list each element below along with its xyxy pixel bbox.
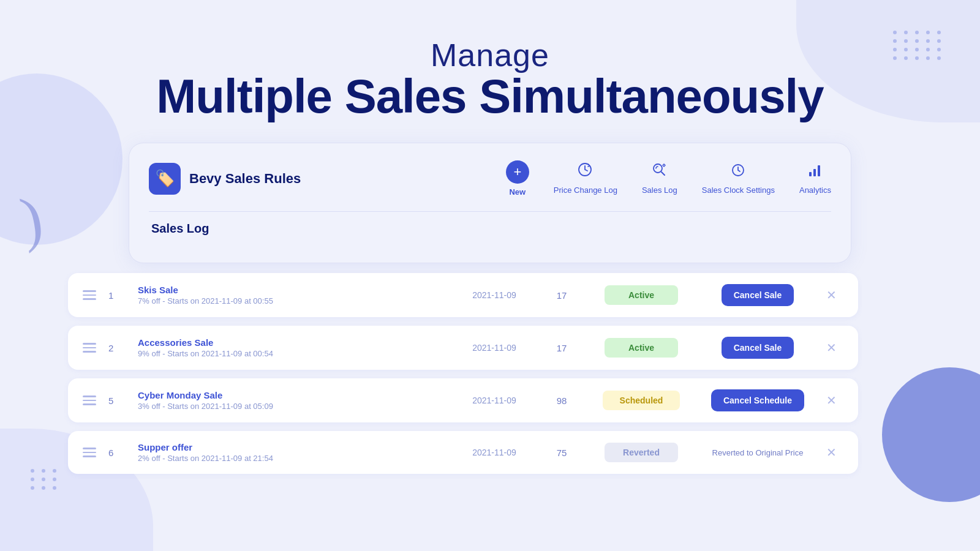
sale-desc: 2% off - Starts on 2021-11-09 at 21:54: [138, 454, 451, 463]
sales-log-icon: [652, 162, 668, 182]
cancel-sale-button[interactable]: Cancel Sale: [722, 337, 794, 359]
main-card: 🏷️ Bevy Sales Rules + New: [129, 143, 851, 263]
drag-handle[interactable]: [83, 343, 96, 353]
nav-item-sales-clock-settings[interactable]: Sales Clock Settings: [702, 162, 775, 195]
sale-count: 17: [537, 343, 586, 353]
sale-count: 75: [537, 448, 586, 458]
brand-name: Bevy Sales Rules: [189, 171, 301, 187]
close-button[interactable]: ✕: [819, 445, 843, 460]
nav-label-sales-log: Sales Log: [642, 186, 677, 195]
nav-item-price-change-log[interactable]: Price Change Log: [554, 162, 617, 195]
toolbar: 🏷️ Bevy Sales Rules + New: [149, 160, 831, 197]
sale-name: Supper offer: [138, 442, 451, 452]
nav-label-analytics: Analytics: [799, 186, 831, 195]
nav-label-price-change-log: Price Change Log: [554, 186, 617, 195]
analytics-icon: [807, 162, 823, 182]
row-number: 5: [108, 395, 126, 406]
svg-rect-4: [818, 165, 820, 176]
sale-date: 2021-11-09: [451, 343, 537, 353]
sale-desc: 9% off - Starts on 2021-11-09 at 00:54: [138, 349, 451, 358]
sale-status: Active: [586, 285, 696, 305]
sales-clock-settings-icon: [730, 162, 746, 182]
status-badge: Scheduled: [603, 391, 680, 410]
nav-label-new: New: [509, 187, 526, 197]
sale-status: Scheduled: [586, 391, 696, 410]
nav-item-new[interactable]: + New: [506, 160, 529, 197]
drag-handle[interactable]: [83, 290, 96, 300]
close-button[interactable]: ✕: [819, 393, 843, 408]
nav-item-sales-log[interactable]: Sales Log: [642, 162, 677, 195]
svg-rect-3: [813, 169, 816, 176]
header-manage: Manage: [431, 37, 549, 73]
cancel-schedule-button[interactable]: Cancel Schedule: [711, 389, 804, 411]
sales-rows: 1 Skis Sale 7% off - Starts on 2021-11-0…: [122, 273, 858, 474]
row-info: Accessories Sale 9% off - Starts on 2021…: [138, 337, 451, 358]
row-number: 1: [108, 290, 126, 301]
table-row: 5 Cyber Monday Sale 3% off - Starts on 2…: [68, 378, 858, 422]
row-action: Cancel Sale: [696, 337, 819, 359]
plus-icon: +: [506, 160, 529, 184]
section-title: Sales Log: [149, 212, 831, 246]
close-button[interactable]: ✕: [819, 288, 843, 302]
close-button[interactable]: ✕: [819, 340, 843, 355]
brand-icon: 🏷️: [149, 163, 181, 195]
reverted-text: Reverted to Original Price: [712, 448, 804, 457]
sale-name: Accessories Sale: [138, 337, 451, 348]
brand-icon-glyph: 🏷️: [155, 169, 175, 188]
row-action: Reverted to Original Price: [696, 448, 819, 457]
nav-actions: + New Price Change Log: [506, 160, 831, 197]
drag-handle[interactable]: [83, 395, 96, 405]
row-number: 6: [108, 448, 126, 458]
row-info: Cyber Monday Sale 3% off - Starts on 202…: [138, 390, 451, 411]
status-badge: Active: [605, 338, 678, 358]
sale-date: 2021-11-09: [451, 290, 537, 300]
row-info: Supper offer 2% off - Starts on 2021-11-…: [138, 442, 451, 463]
row-action: Cancel Sale: [696, 284, 819, 306]
sale-name: Skis Sale: [138, 285, 451, 295]
sale-date: 2021-11-09: [451, 395, 537, 405]
sale-date: 2021-11-09: [451, 448, 537, 457]
sale-name: Cyber Monday Sale: [138, 390, 451, 400]
sale-status: Reverted: [586, 443, 696, 462]
svg-rect-2: [809, 172, 812, 176]
table-row: 6 Supper offer 2% off - Starts on 2021-1…: [68, 431, 858, 474]
status-badge: Active: [605, 285, 678, 305]
header-title: Multiple Sales Simultaneously: [156, 69, 823, 124]
status-badge: Reverted: [605, 443, 678, 462]
row-info: Skis Sale 7% off - Starts on 2021-11-09 …: [138, 285, 451, 305]
row-action: Cancel Schedule: [696, 389, 819, 411]
brand: 🏷️ Bevy Sales Rules: [149, 163, 301, 195]
row-number: 2: [108, 343, 126, 353]
nav-label-sales-clock-settings: Sales Clock Settings: [702, 186, 775, 195]
table-row: 1 Skis Sale 7% off - Starts on 2021-11-0…: [68, 273, 858, 317]
cancel-sale-button[interactable]: Cancel Sale: [722, 284, 794, 306]
page-content: Manage Multiple Sales Simultaneously 🏷️ …: [0, 0, 980, 474]
price-change-log-icon: [578, 162, 594, 182]
sale-count: 17: [537, 290, 586, 301]
nav-item-analytics[interactable]: Analytics: [799, 162, 831, 195]
sale-desc: 3% off - Starts on 2021-11-09 at 05:09: [138, 402, 451, 411]
table-row: 2 Accessories Sale 9% off - Starts on 20…: [68, 326, 858, 370]
svg-point-0: [654, 164, 662, 173]
sale-desc: 7% off - Starts on 2021-11-09 at 00:55: [138, 296, 451, 305]
sale-count: 98: [537, 395, 586, 406]
drag-handle[interactable]: [83, 448, 96, 457]
sale-status: Active: [586, 338, 696, 358]
